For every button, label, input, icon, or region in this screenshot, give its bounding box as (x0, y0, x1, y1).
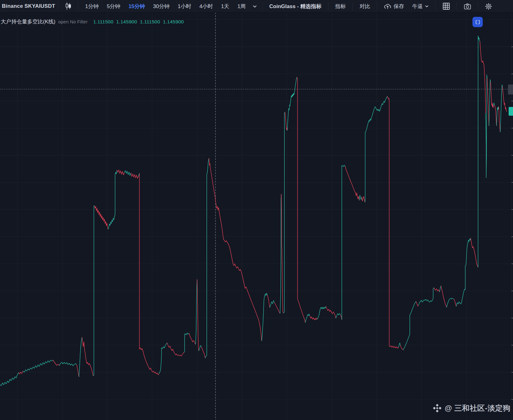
toolbar-divider (435, 2, 436, 10)
multichart-layout-button[interactable] (438, 0, 454, 12)
coinglass-indicators-button[interactable]: CoinGlass - 精选指标 (265, 0, 326, 12)
toolbar-divider (328, 2, 329, 10)
toolbar-divider (58, 2, 58, 10)
toolbar-divider (78, 2, 79, 10)
interval-button-1周[interactable]: 1周 (233, 0, 249, 12)
interval-list: 1分钟5分钟15分钟30分钟1小时4小时1天1周 (81, 0, 250, 12)
chevron-down-icon (253, 5, 257, 8)
save-label: 保存 (394, 3, 404, 10)
interval-button-30分钟[interactable]: 30分钟 (149, 0, 174, 12)
symbol-title: Binance SKYAIUSDT (2, 3, 55, 9)
series-ohlc-values: 1.1115001.1459001.1115001.145900 (93, 19, 187, 25)
interval-button-1小时[interactable]: 1小时 (174, 0, 195, 12)
toolbar-divider (478, 2, 478, 10)
series-title: 大户持仓量多空比(K线) (1, 18, 56, 25)
grid-icon (443, 2, 450, 10)
watermark-text: @ 三和社区-淡定狗 (445, 403, 511, 413)
toolbar-divider (377, 2, 377, 10)
layout-label: 牛逼 (412, 3, 423, 10)
chevron-down-icon (425, 5, 429, 7)
series-settings-text: open No Filter (58, 19, 88, 24)
region-sync-button[interactable] (472, 17, 483, 27)
toolbar-divider (262, 2, 263, 10)
screenshot-button[interactable] (460, 0, 475, 12)
community-logo-icon (433, 403, 442, 413)
layout-button[interactable]: 牛逼 (408, 0, 433, 12)
settings-button[interactable] (481, 0, 496, 12)
watermark: @ 三和社区-淡定狗 (433, 403, 511, 413)
save-button[interactable]: 保存 (380, 0, 408, 12)
top-toolbar: Binance SKYAIUSDT 1分钟5分钟15分钟30分钟1小时4小时1天… (0, 0, 513, 13)
price-chart-canvas[interactable] (0, 0, 513, 420)
toolbar-divider (352, 2, 353, 10)
chart-style-button[interactable] (61, 0, 75, 12)
cloud-upload-icon (384, 3, 391, 9)
series-legend: 大户持仓量多空比(K线) open No Filter 1.1115001.14… (1, 18, 187, 25)
brackets-loop-icon (475, 19, 481, 25)
gear-icon (485, 3, 492, 10)
interval-button-4小时[interactable]: 4小时 (195, 0, 217, 12)
indicators-button[interactable]: 指标 (331, 0, 350, 12)
interval-more-button[interactable] (250, 0, 260, 12)
interval-button-5分钟[interactable]: 5分钟 (103, 0, 124, 12)
toolbar-divider (457, 2, 457, 10)
trading-app: Binance SKYAIUSDT 1分钟5分钟15分钟30分钟1小时4小时1天… (0, 0, 513, 420)
interval-button-1分钟[interactable]: 1分钟 (81, 0, 103, 12)
camera-icon (464, 3, 471, 10)
interval-button-1天[interactable]: 1天 (217, 0, 233, 12)
candlestick-icon (65, 2, 71, 10)
compare-button[interactable]: 对比 (356, 0, 374, 12)
interval-button-15分钟[interactable]: 15分钟 (124, 0, 149, 12)
